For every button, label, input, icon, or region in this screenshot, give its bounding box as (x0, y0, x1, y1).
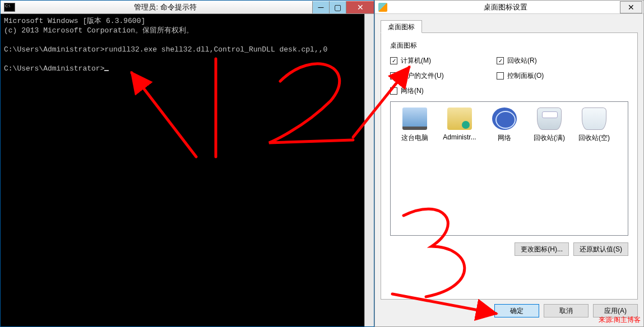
checkbox-label: 控制面板(O) (507, 71, 544, 81)
cmd-title: 管理员: 命令提示符 (18, 2, 312, 12)
dialog-icon (378, 3, 387, 12)
icon-network[interactable]: 网络 (483, 108, 526, 143)
ok-button[interactable]: 确定 (494, 304, 539, 317)
icon-label: 回收站(满) (527, 133, 571, 143)
watermark: 来源:阁主博客 (599, 315, 641, 325)
icon-recycle-full[interactable]: 回收站(满) (527, 108, 571, 143)
restore-default-button[interactable]: 还原默认值(S) (573, 242, 628, 256)
cmd-line: (c) 2013 Microsoft Corporation。保留所有权利。 (4, 26, 193, 35)
checkbox-recycle[interactable]: 回收站(R) (497, 56, 603, 66)
icon-recycle-empty[interactable]: 回收站(空) (572, 108, 616, 143)
maximize-button[interactable]: ▢ (329, 1, 346, 13)
tab-desktop-icons[interactable]: 桌面图标 (381, 20, 422, 33)
icon-list[interactable]: 这台电脑 Administr... 网络 回收站(满) (390, 101, 628, 236)
minimize-button[interactable]: ─ (312, 1, 329, 13)
dialog-title: 桌面图标设置 (391, 2, 620, 12)
dialog-close-button[interactable]: ✕ (620, 1, 642, 13)
cmd-icon (4, 3, 15, 12)
computer-icon (402, 108, 427, 130)
network-icon (492, 108, 517, 130)
checkbox-userfiles[interactable]: 用户的文件(U) (390, 71, 497, 81)
group-title: 桌面图标 (390, 41, 628, 50)
checkbox-icon (390, 87, 397, 95)
checkbox-label: 计算机(M) (401, 56, 431, 66)
icon-label: Administr... (438, 133, 481, 141)
cmd-output[interactable]: Microsoft Windows [版本 6.3.9600] (c) 2013… (1, 14, 364, 326)
cmd-cursor (104, 70, 109, 71)
icon-user-files[interactable]: Administr... (438, 108, 481, 141)
checkbox-label: 用户的文件(U) (401, 71, 444, 81)
cmd-line: Microsoft Windows [版本 6.3.9600] (4, 17, 145, 25)
checkbox-network[interactable]: 网络(N) (390, 86, 497, 96)
cmd-titlebar[interactable]: 管理员: 命令提示符 ─ ▢ ✕ (1, 1, 374, 14)
icon-label: 回收站(空) (572, 133, 616, 143)
icon-this-pc[interactable]: 这台电脑 (393, 108, 437, 143)
icon-label: 网络 (483, 133, 526, 143)
tab-page: 桌面图标 计算机(M) 回收站(R) 用户的文件(U) (381, 32, 638, 300)
change-icon-button[interactable]: 更改图标(H)... (515, 242, 569, 256)
cmd-prompt: C:\Users\Administrator> (4, 64, 104, 73)
checkbox-control-panel[interactable]: 控制面板(O) (497, 71, 603, 81)
desktop-icon-settings-dialog: 桌面图标设置 ✕ 桌面图标 桌面图标 计算机(M) 回收站(R) (374, 0, 644, 327)
checkbox-icon (497, 72, 504, 80)
checkbox-label: 回收站(R) (507, 56, 537, 66)
checkbox-icon (497, 57, 504, 64)
cmd-window: 管理员: 命令提示符 ─ ▢ ✕ Microsoft Windows [版本 6… (0, 0, 374, 327)
recycle-full-icon (537, 108, 562, 130)
cmd-prompt: C:\Users\Administrator> (4, 45, 104, 54)
user-folder-icon (447, 108, 472, 130)
scrollbar[interactable] (364, 14, 374, 326)
cmd-command: rundll32.exe shell32.dll,Control_RunDLL … (104, 45, 327, 54)
dialog-titlebar[interactable]: 桌面图标设置 ✕ (375, 1, 643, 14)
close-button[interactable]: ✕ (346, 1, 374, 13)
checkbox-icon (390, 72, 397, 80)
icon-label: 这台电脑 (393, 133, 437, 143)
checkbox-computer[interactable]: 计算机(M) (390, 56, 497, 66)
recycle-empty-icon (582, 108, 606, 130)
checkbox-label: 网络(N) (401, 86, 424, 96)
checkbox-icon (390, 57, 397, 64)
cancel-button[interactable]: 取消 (544, 304, 589, 317)
